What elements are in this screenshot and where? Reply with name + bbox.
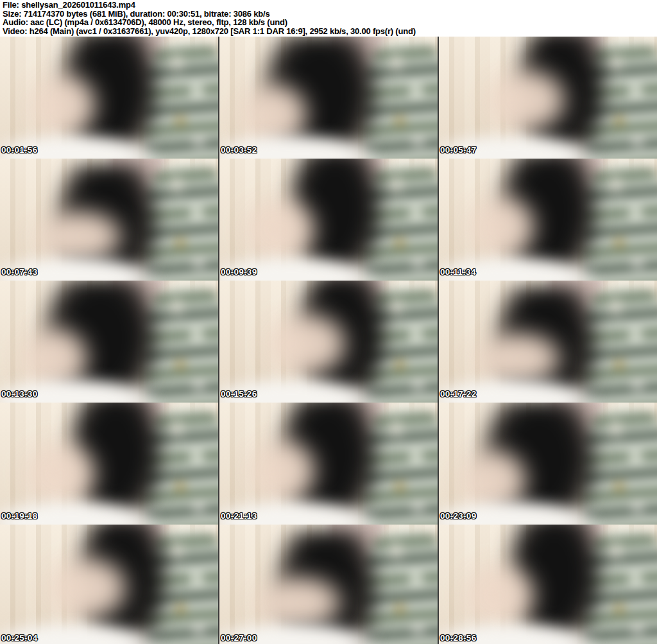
timestamp-overlay: 00:23:09 — [440, 511, 476, 521]
warm-tone-blob — [461, 561, 539, 629]
video-thumbnail[interactable]: 00:15:26 — [219, 281, 438, 403]
video-thumbnail[interactable]: 00:01:56 — [0, 37, 218, 159]
video-frame-placeholder — [0, 525, 218, 644]
video-thumbnail[interactable]: 00:05:47 — [439, 37, 657, 159]
warm-tone-blob — [26, 71, 101, 139]
video-thumbnail[interactable]: 00:28:56 — [439, 525, 657, 644]
timestamp-overlay: 00:13:30 — [1, 389, 37, 399]
video-frame-placeholder — [0, 37, 218, 159]
video-frame-placeholder — [219, 403, 438, 525]
timestamp-overlay: 00:11:34 — [440, 267, 476, 277]
timestamp-overlay: 00:15:26 — [221, 389, 257, 399]
timestamp-overlay: 00:01:56 — [1, 145, 37, 155]
video-thumbnail[interactable]: 00:07:43 — [0, 159, 218, 281]
video-frame-placeholder — [439, 403, 657, 525]
contact-sheet: File: shellysan_202601011643.mp4 Size: 7… — [0, 0, 657, 644]
timestamp-overlay: 00:19:18 — [1, 511, 37, 521]
warm-tone-blob — [482, 66, 570, 134]
video-frame-placeholder — [439, 525, 657, 644]
warm-tone-blob — [44, 554, 131, 622]
video-thumbnail[interactable]: 00:13:30 — [0, 281, 218, 403]
timestamp-overlay: 00:25:04 — [1, 633, 37, 643]
thumbnail-grid: 00:01:56 00:03:52 00:05:47 — [0, 37, 657, 644]
video-thumbnail[interactable]: 00:11:34 — [439, 159, 657, 281]
video-thumbnail[interactable]: 00:19:18 — [0, 403, 218, 525]
timestamp-overlay: 00:03:52 — [221, 145, 257, 155]
file-info-line: File: shellysan_202601011643.mp4 — [3, 1, 657, 10]
timestamp-overlay: 00:07:43 — [1, 267, 37, 277]
warm-tone-blob — [22, 439, 100, 507]
video-thumbnail[interactable]: 00:23:09 — [439, 403, 657, 525]
video-thumbnail[interactable]: 00:27:00 — [219, 525, 438, 644]
video-thumbnail[interactable]: 00:09:39 — [219, 159, 438, 281]
timestamp-overlay: 00:28:56 — [440, 633, 476, 643]
video-frame-placeholder — [219, 37, 438, 159]
timestamp-overlay: 00:17:22 — [440, 389, 476, 399]
video-thumbnail[interactable]: 00:17:22 — [439, 281, 657, 403]
timestamp-overlay: 00:21:13 — [221, 511, 257, 521]
video-frame-placeholder — [439, 159, 657, 281]
size-info-line: Size: 714174370 bytes (681 MiB), duratio… — [3, 10, 657, 19]
timestamp-overlay: 00:27:00 — [221, 633, 257, 643]
video-thumbnail[interactable]: 00:21:13 — [219, 403, 438, 525]
video-frame-placeholder — [219, 159, 438, 281]
video-frame-placeholder — [219, 281, 438, 403]
audio-info-line: Audio: aac (LC) (mp4a / 0x6134706D), 480… — [3, 18, 657, 27]
video-frame-placeholder — [0, 403, 218, 525]
warm-tone-blob — [263, 310, 350, 378]
warm-tone-blob — [246, 437, 320, 505]
media-info-header: File: shellysan_202601011643.mp4 Size: 7… — [0, 0, 657, 37]
video-info-line: Video: h264 (Main) (avc1 / 0x31637661), … — [3, 27, 657, 36]
warm-tone-blob — [241, 195, 320, 263]
video-thumbnail[interactable]: 00:25:04 — [0, 525, 218, 644]
video-thumbnail[interactable]: 00:03:52 — [219, 37, 438, 159]
timestamp-overlay: 00:09:39 — [221, 267, 257, 277]
video-frame-placeholder — [439, 37, 657, 159]
warm-tone-blob — [465, 193, 540, 261]
timestamp-overlay: 00:05:47 — [440, 145, 476, 155]
video-frame-placeholder — [0, 159, 218, 281]
video-frame-placeholder — [219, 525, 438, 644]
video-frame-placeholder — [0, 281, 218, 403]
video-frame-placeholder — [439, 281, 657, 403]
